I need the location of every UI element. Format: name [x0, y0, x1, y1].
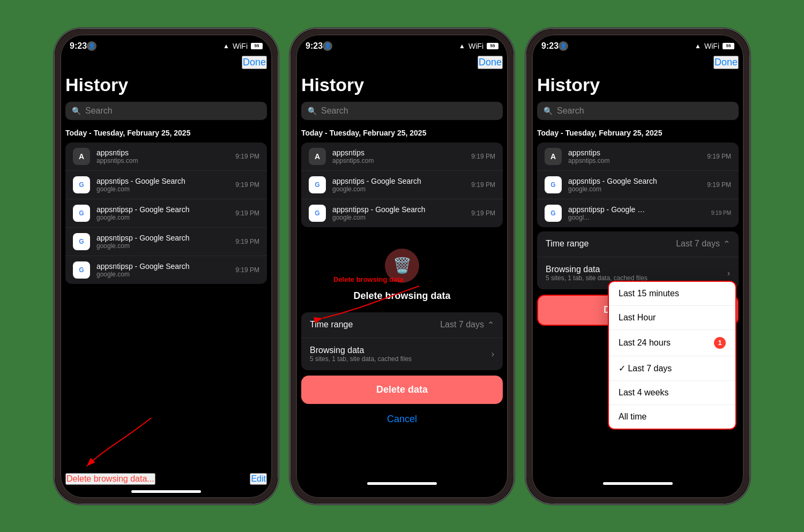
phone-3: 9:23 👤 ▲ WiFi 55 Don — [525, 28, 750, 505]
history-info-3-2: appsntipsp - Google Search googl... — [568, 205, 705, 221]
history-list-2: A appsntips appsntips.com 9:19 PM G apps… — [301, 143, 503, 227]
status-bar-1: 9:23 👤 ▲ WiFi 55 — [55, 29, 278, 56]
dropdown-label-alltime: All time — [619, 412, 646, 422]
person-icon-2: 👤 — [323, 41, 332, 51]
dropdown-item-last7[interactable]: ✓ Last 7 days — [609, 356, 735, 381]
phone-2-body: 9:23 👤 ▲ WiFi 55 Don — [289, 28, 515, 505]
history-item-2-1[interactable]: G appsntips - Google Search google.com 9… — [301, 171, 503, 199]
cancel-button-2[interactable]: Cancel — [291, 408, 513, 430]
chevron-icon-2: ⌃ — [487, 320, 494, 330]
phone-3-body: 9:23 👤 ▲ WiFi 55 Don — [525, 28, 750, 505]
search-bar-3[interactable]: 🔍 Search — [537, 102, 739, 120]
history-url-1-1: google.com — [96, 185, 229, 193]
dropdown-item-last4weeks[interactable]: Last 4 weeks — [609, 381, 735, 405]
browsing-data-row-2[interactable]: Browsing data 5 sites, 1 tab, site data,… — [301, 338, 503, 370]
history-item-3-0[interactable]: A appsntips appsntips.com 9:19 PM — [537, 143, 739, 171]
search-bar-2[interactable]: 🔍 Search — [301, 102, 503, 120]
history-item-1-0[interactable]: A appsntips appsntips.com 9:19 PM — [65, 143, 267, 171]
dropdown-item-lasthour[interactable]: Last Hour — [609, 306, 735, 330]
site-icon-3-0: A — [545, 148, 562, 165]
edit-button-1[interactable]: Edit — [250, 473, 267, 485]
dropdown-item-last15[interactable]: Last 15 minutes — [609, 282, 735, 306]
done-button-1[interactable]: Done — [242, 56, 267, 69]
history-info-2-2: appsntipsp - Google Search google.com — [332, 205, 465, 221]
search-bar-1[interactable]: 🔍 Search — [65, 102, 267, 120]
home-indicator-3 — [603, 482, 673, 485]
phone-2: 9:23 👤 ▲ WiFi 55 Don — [289, 28, 515, 505]
home-indicator-1 — [131, 490, 201, 493]
browsing-data-label-2: Browsing data — [310, 346, 412, 355]
status-bar-3: 9:23 👤 ▲ WiFi 55 — [526, 29, 749, 56]
history-time-3-1: 9:19 PM — [707, 181, 731, 189]
signal-icon-1: ▲ — [223, 42, 229, 50]
status-icons-2: ▲ WiFi 55 — [459, 42, 498, 50]
bottom-actions-1: Delete browsing data... Edit — [65, 473, 267, 485]
history-info-1-0: appsntips appsntips.com — [96, 148, 229, 164]
phones-container: 9:23 👤 ▲ WiFi 55 — [54, 28, 750, 505]
status-time-3: 9:23 — [541, 41, 559, 51]
phone-screen-2: 9:23 👤 ▲ WiFi 55 Don — [291, 29, 513, 504]
history-item-3-1[interactable]: G appsntips - Google Search google.com 9… — [537, 171, 739, 199]
history-time-2-0: 9:19 PM — [471, 153, 495, 160]
history-list-3: A appsntips appsntips.com 9:19 PM G apps… — [537, 143, 739, 227]
badge-last24: 1 — [714, 337, 726, 349]
dropdown-label-last24: Last 24 hours — [619, 338, 671, 348]
time-range-value-2: Last 7 days ⌃ — [440, 320, 494, 330]
person-icon-3: 👤 — [559, 41, 568, 51]
history-item-2-0[interactable]: A appsntips appsntips.com 9:19 PM — [301, 143, 503, 171]
delete-icon-container-2: 🗑️ — [291, 233, 513, 290]
search-placeholder-2: Search — [321, 106, 348, 116]
history-name-2-1: appsntips - Google Search — [332, 177, 465, 185]
history-name-1-2: appsntipsp - Google Search — [96, 205, 229, 214]
date-header-2: Today - Tuesday, February 25, 2025 — [291, 129, 513, 143]
time-range-row-3[interactable]: Time range Last 7 days ⌃ — [537, 231, 739, 257]
history-url-2-0: appsntips.com — [332, 157, 465, 164]
history-item-1-1[interactable]: G appsntips - Google Search google.com 9… — [65, 171, 267, 199]
done-button-3[interactable]: Done — [713, 56, 739, 69]
phone-screen-1: 9:23 👤 ▲ WiFi 55 — [55, 29, 278, 504]
search-placeholder-3: Search — [557, 106, 584, 116]
time-range-label-2: Time range — [310, 320, 353, 329]
signal-icon-2: ▲ — [459, 42, 465, 50]
battery-icon-2: 55 — [487, 43, 498, 49]
search-icon-2: 🔍 — [308, 107, 317, 115]
site-icon-2-0: A — [309, 148, 326, 165]
delete-data-button-2[interactable]: Delete data — [301, 376, 503, 404]
site-icon-2-2: G — [309, 205, 326, 222]
side-button-right-2 — [513, 136, 515, 168]
history-item-2-2[interactable]: G appsntipsp - Google Search google.com … — [301, 199, 503, 227]
history-time-2-1: 9:19 PM — [471, 181, 495, 189]
history-info-1-1: appsntips - Google Search google.com — [96, 177, 229, 193]
history-info-2-1: appsntips - Google Search google.com — [332, 177, 465, 193]
dropdown-label-lasthour: Last Hour — [619, 313, 656, 323]
status-bar-2: 9:23 👤 ▲ WiFi 55 — [291, 29, 513, 56]
history-item-3-2[interactable]: G appsntipsp - Google Search googl... 9:… — [537, 199, 739, 227]
time-range-row-2[interactable]: Time range Last 7 days ⌃ — [301, 312, 503, 338]
dropdown-item-alltime[interactable]: All time — [609, 405, 735, 429]
history-item-1-3[interactable]: G appsntipsp - Google Search google.com … — [65, 228, 267, 256]
history-url-2-1: google.com — [332, 185, 465, 193]
phone-screen-3: 9:23 👤 ▲ WiFi 55 Don — [526, 29, 749, 504]
delete-sheet-2: 🗑️ Delete browsing data Time range Last … — [291, 233, 513, 430]
history-name-1-0: appsntips — [96, 148, 229, 157]
history-info-1-4: appsntipsp - Google Search google.com — [96, 262, 229, 278]
date-header-1: Today - Tuesday, February 25, 2025 — [55, 129, 278, 143]
status-time-2: 9:23 — [306, 41, 323, 51]
site-icon-1-3: G — [73, 233, 90, 250]
history-name-2-2: appsntipsp - Google Search — [332, 205, 465, 214]
history-name-1-1: appsntips - Google Search — [96, 177, 229, 185]
battery-icon-3: 55 — [723, 43, 734, 49]
history-item-1-4[interactable]: G appsntipsp - Google Search google.com … — [65, 256, 267, 284]
history-item-1-2[interactable]: G appsntipsp - Google Search google.com … — [65, 199, 267, 228]
history-url-1-3: google.com — [96, 242, 229, 250]
history-name-1-3: appsntipsp - Google Search — [96, 234, 229, 242]
history-list-1: A appsntips appsntips.com 9:19 PM G apps… — [65, 143, 267, 284]
phone-1-body: 9:23 👤 ▲ WiFi 55 — [54, 28, 279, 505]
search-icon-3: 🔍 — [544, 107, 553, 115]
dropdown-item-last24[interactable]: Last 24 hours 1 — [609, 330, 735, 356]
top-bar-2: Done — [291, 56, 513, 74]
site-icon-3-2: G — [545, 205, 562, 222]
delete-browsing-data-button-1[interactable]: Delete browsing data... — [65, 473, 155, 485]
done-button-2[interactable]: Done — [478, 56, 503, 69]
status-icons-3: ▲ WiFi 55 — [695, 42, 734, 50]
